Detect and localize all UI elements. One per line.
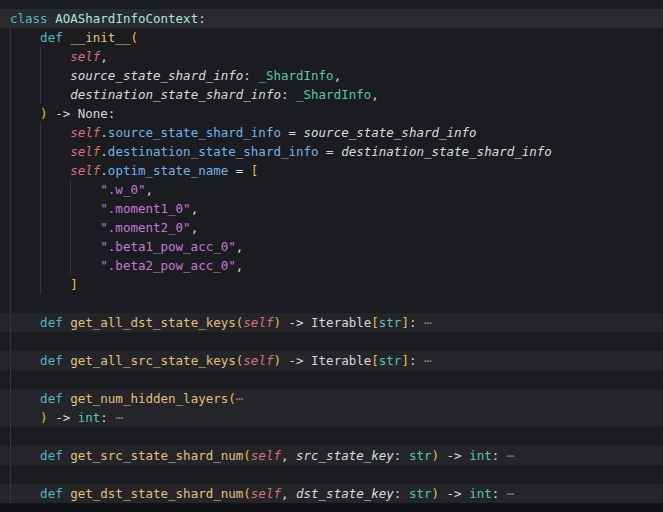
code-line[interactable]: self.source_state_shard_info = source_st… — [0, 123, 663, 142]
code-line[interactable] — [0, 332, 663, 351]
folded-code-ellipsis[interactable]: ⋯ — [507, 448, 515, 463]
self-keyword-token: self — [243, 353, 273, 368]
code-line-text: self.source_state_shard_info = source_st… — [0, 123, 477, 142]
code-line[interactable]: ".beta2_pow_acc_0", — [0, 256, 663, 275]
self-keyword-token: self — [243, 315, 273, 330]
type-token: str — [409, 448, 432, 463]
type-token: str — [379, 315, 402, 330]
indent-guide — [10, 332, 11, 351]
plain-token: = — [281, 125, 304, 140]
plain-token — [10, 448, 40, 463]
keyword-token: def — [40, 30, 63, 45]
folded-code-ellipsis[interactable]: ⋯ — [507, 486, 515, 501]
plain-token — [10, 163, 70, 178]
plain-token — [10, 182, 100, 197]
code-line[interactable]: ".beta1_pow_acc_0", — [0, 237, 663, 256]
plain-token — [10, 353, 40, 368]
code-line[interactable]: def get_dst_state_shard_num(self, dst_st… — [0, 484, 663, 503]
plain-token: : — [281, 87, 296, 102]
code-line[interactable]: ) -> int: ⋯ — [0, 408, 663, 427]
plain-token: : — [394, 486, 409, 501]
parameter-token: destination_state_shard_info — [70, 87, 281, 102]
code-line[interactable] — [0, 465, 663, 484]
code-line-text: self, — [0, 47, 108, 66]
plain-token: -> Iterable — [281, 315, 371, 330]
function-name-token: __init__ — [70, 30, 130, 45]
function-name-token: get_all_dst_state_keys — [70, 315, 236, 330]
indent-guide — [10, 427, 11, 446]
plain-token: , — [281, 448, 296, 463]
indent-guide — [10, 370, 11, 389]
plain-token — [10, 410, 40, 425]
code-line-text: def get_all_src_state_keys(self) -> Iter… — [0, 351, 432, 370]
plain-token: , — [371, 87, 379, 102]
plain-token: , — [236, 258, 244, 273]
plain-token — [10, 486, 40, 501]
plain-token — [10, 144, 70, 159]
function-name-token: get_num_hidden_layers — [70, 391, 228, 406]
code-line[interactable]: class AOAShardInfoContext: — [0, 9, 663, 28]
code-line[interactable]: self.optim_state_name = [ — [0, 161, 663, 180]
parameter-token: destination_state_shard_info — [341, 144, 552, 159]
code-line-text: ".moment2_0", — [0, 218, 198, 237]
plain-token — [10, 315, 40, 330]
plain-token — [10, 30, 40, 45]
plain-token — [10, 201, 100, 216]
code-line[interactable]: def get_num_hidden_layers(⋯ — [0, 389, 663, 408]
window-bottom-edge — [0, 503, 663, 512]
string-token: ".beta1_pow_acc_0" — [100, 239, 235, 254]
keyword-token: def — [40, 391, 63, 406]
plain-token — [10, 239, 100, 254]
plain-token: : — [198, 11, 206, 26]
type-token: int — [469, 486, 492, 501]
type-token: _ShardInfo — [258, 68, 333, 83]
code-line-text: def get_src_state_shard_num(self, src_st… — [0, 446, 514, 465]
folded-code-ellipsis[interactable]: ⋯ — [424, 315, 432, 330]
code-line[interactable] — [0, 427, 663, 446]
code-line[interactable]: ) -> None: — [0, 104, 663, 123]
code-line[interactable]: def get_src_state_shard_num(self, src_st… — [0, 446, 663, 465]
string-token: ".w_0" — [100, 182, 145, 197]
code-line[interactable]: def __init__( — [0, 28, 663, 47]
bracket-token: ] — [401, 353, 409, 368]
bracket-token: ) — [40, 106, 48, 121]
type-token: str — [379, 353, 402, 368]
code-line[interactable]: def get_all_src_state_keys(self) -> Iter… — [0, 351, 663, 370]
function-name-token: get_src_state_shard_num — [70, 448, 243, 463]
plain-token: : — [492, 486, 507, 501]
code-line[interactable]: self, — [0, 47, 663, 66]
code-line[interactable]: ".moment2_0", — [0, 218, 663, 237]
code-line[interactable]: ".w_0", — [0, 180, 663, 199]
type-token: _ShardInfo — [296, 87, 371, 102]
indent-guide — [10, 294, 11, 313]
code-line[interactable]: self.destination_state_shard_info = dest… — [0, 142, 663, 161]
keyword-token: def — [40, 448, 63, 463]
string-token: ".moment2_0" — [100, 220, 190, 235]
code-line[interactable]: ] — [0, 275, 663, 294]
bracket-token: ( — [243, 448, 251, 463]
code-line-text: source_state_shard_info: _ShardInfo, — [0, 66, 341, 85]
code-line-text: ".beta2_pow_acc_0", — [0, 256, 243, 275]
attribute-token: source_state_shard_info — [108, 125, 281, 140]
plain-token: , — [236, 239, 244, 254]
folded-code-ellipsis[interactable]: ⋯ — [424, 353, 432, 368]
parameter-token: src_state_key — [296, 448, 394, 463]
plain-token: : — [394, 448, 409, 463]
code-line[interactable]: source_state_shard_info: _ShardInfo, — [0, 66, 663, 85]
class-name-token: AOAShardInfoContext — [55, 11, 198, 26]
bracket-token: [ — [371, 353, 379, 368]
code-line[interactable]: ".moment1_0", — [0, 199, 663, 218]
self-keyword-token: self — [251, 486, 281, 501]
code-line[interactable] — [0, 370, 663, 389]
folded-code-ellipsis[interactable]: ⋯ — [115, 410, 123, 425]
plain-token: : — [409, 353, 424, 368]
self-keyword-token: self — [70, 163, 100, 178]
code-line-text: def __init__( — [0, 28, 138, 47]
code-line[interactable]: def get_all_dst_state_keys(self) -> Iter… — [0, 313, 663, 332]
code-line[interactable] — [0, 294, 663, 313]
plain-token: , — [191, 201, 199, 216]
folded-code-ellipsis[interactable]: ⋯ — [236, 391, 244, 406]
bracket-token: ) — [273, 353, 281, 368]
code-line[interactable]: destination_state_shard_info: _ShardInfo… — [0, 85, 663, 104]
plain-token: -> — [48, 410, 78, 425]
